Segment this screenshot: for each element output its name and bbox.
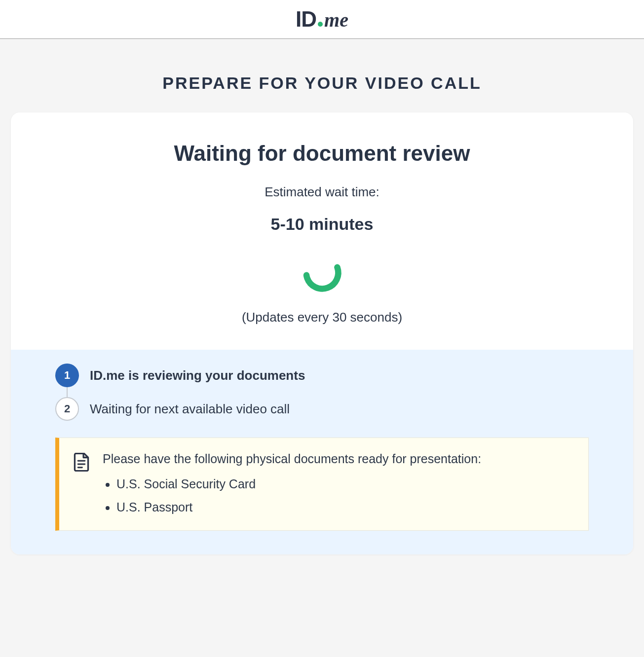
step-1-number: 1: [55, 364, 79, 387]
idme-logo: ID me: [296, 7, 348, 32]
notice-list: U.S. Social Security Card U.S. Passport: [103, 477, 571, 514]
notice-item-0: U.S. Social Security Card: [116, 477, 571, 491]
update-note: (Updates every 30 seconds): [31, 310, 613, 325]
estimated-wait-label: Estimated wait time:: [31, 184, 613, 200]
loading-spinner-icon: [300, 251, 344, 295]
documents-notice: Please have the following physical docum…: [55, 438, 589, 531]
card-top: Waiting for document review Estimated wa…: [11, 112, 633, 350]
svg-point-0: [302, 252, 342, 293]
step-2: 2 Waiting for next available video call: [55, 397, 589, 421]
notice-body: Please have the following physical docum…: [103, 452, 571, 514]
step-1: 1 ID.me is reviewing your documents: [55, 364, 589, 387]
step-connector: [67, 387, 68, 397]
spinner-wrap: [31, 251, 613, 295]
header: ID me: [0, 0, 644, 39]
steps-list: 1 ID.me is reviewing your documents 2 Wa…: [55, 364, 589, 421]
card-heading: Waiting for document review: [31, 141, 613, 166]
page-title-wrap: PREPARE FOR YOUR VIDEO CALL: [0, 39, 644, 112]
logo-me-text: me: [324, 8, 348, 32]
notice-text: Please have the following physical docum…: [103, 452, 571, 466]
document-icon: [73, 453, 90, 472]
main-card: Waiting for document review Estimated wa…: [11, 112, 633, 554]
estimated-wait-value: 5-10 minutes: [31, 215, 613, 234]
step-2-number: 2: [55, 397, 79, 421]
page-title: PREPARE FOR YOUR VIDEO CALL: [0, 73, 644, 93]
card-bottom: 1 ID.me is reviewing your documents 2 Wa…: [11, 350, 633, 554]
step-2-label: Waiting for next available video call: [90, 402, 290, 417]
step-1-label: ID.me is reviewing your documents: [90, 368, 305, 383]
notice-item-1: U.S. Passport: [116, 500, 571, 514]
logo-dot-icon: [318, 22, 323, 27]
logo-id-text: ID: [296, 7, 316, 32]
